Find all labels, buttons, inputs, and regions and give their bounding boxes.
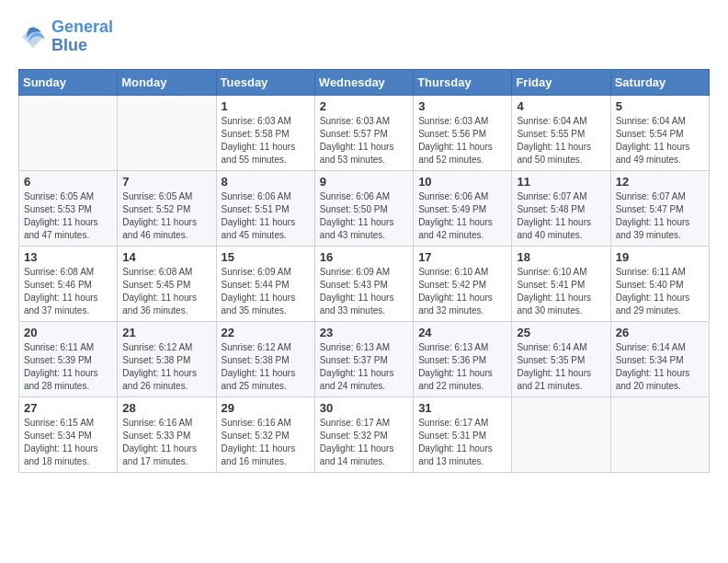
calendar-cell: 22Sunrise: 6:12 AM Sunset: 5:38 PM Dayli…: [216, 321, 314, 396]
day-number: 15: [222, 250, 310, 264]
day-number: 24: [418, 326, 506, 339]
calendar-cell: 11Sunrise: 6:07 AM Sunset: 5:48 PM Dayli…: [512, 170, 610, 246]
day-number: 18: [517, 250, 605, 264]
weekday-header-friday: Friday: [512, 69, 610, 95]
calendar-header-row: SundayMondayTuesdayWednesdayThursdayFrid…: [19, 69, 710, 95]
day-info: Sunrise: 6:04 AM Sunset: 5:55 PM Dayligh…: [517, 115, 605, 167]
day-number: 12: [616, 175, 704, 189]
logo: General Blue: [18, 18, 113, 55]
calendar-cell: 4Sunrise: 6:04 AM Sunset: 5:55 PM Daylig…: [512, 95, 610, 170]
day-number: 4: [517, 99, 605, 113]
calendar-cell: 25Sunrise: 6:14 AM Sunset: 5:35 PM Dayli…: [512, 321, 610, 396]
day-number: 29: [222, 401, 310, 415]
day-info: Sunrise: 6:10 AM Sunset: 5:41 PM Dayligh…: [517, 266, 605, 317]
day-info: Sunrise: 6:11 AM Sunset: 5:39 PM Dayligh…: [24, 341, 112, 393]
calendar-cell: 2Sunrise: 6:03 AM Sunset: 5:57 PM Daylig…: [314, 95, 413, 170]
day-info: Sunrise: 6:03 AM Sunset: 5:56 PM Dayligh…: [418, 115, 506, 167]
calendar-cell: 15Sunrise: 6:09 AM Sunset: 5:44 PM Dayli…: [216, 246, 314, 321]
day-number: 2: [320, 99, 408, 113]
calendar-cell: 10Sunrise: 6:06 AM Sunset: 5:49 PM Dayli…: [414, 170, 512, 246]
day-info: Sunrise: 6:07 AM Sunset: 5:47 PM Dayligh…: [616, 190, 704, 242]
day-info: Sunrise: 6:15 AM Sunset: 5:34 PM Dayligh…: [24, 417, 112, 468]
calendar-week-3: 13Sunrise: 6:08 AM Sunset: 5:46 PM Dayli…: [19, 246, 710, 321]
calendar-cell: 26Sunrise: 6:14 AM Sunset: 5:34 PM Dayli…: [610, 321, 709, 396]
calendar-cell: 12Sunrise: 6:07 AM Sunset: 5:47 PM Dayli…: [610, 170, 709, 246]
day-number: 19: [616, 250, 704, 264]
calendar-cell: [19, 95, 118, 170]
day-number: 22: [222, 326, 310, 339]
day-info: Sunrise: 6:14 AM Sunset: 5:35 PM Dayligh…: [517, 341, 605, 393]
day-info: Sunrise: 6:03 AM Sunset: 5:57 PM Dayligh…: [320, 115, 408, 167]
day-number: 5: [616, 99, 704, 113]
day-info: Sunrise: 6:17 AM Sunset: 5:31 PM Dayligh…: [418, 417, 506, 468]
weekday-header-monday: Monday: [118, 69, 216, 95]
day-info: Sunrise: 6:03 AM Sunset: 5:58 PM Dayligh…: [222, 115, 310, 167]
day-info: Sunrise: 6:16 AM Sunset: 5:33 PM Dayligh…: [122, 417, 210, 468]
day-number: 23: [320, 326, 408, 339]
day-number: 8: [222, 175, 310, 189]
calendar-cell: 20Sunrise: 6:11 AM Sunset: 5:39 PM Dayli…: [19, 321, 118, 396]
day-number: 10: [418, 175, 506, 189]
calendar-cell: 27Sunrise: 6:15 AM Sunset: 5:34 PM Dayli…: [19, 396, 118, 472]
day-info: Sunrise: 6:08 AM Sunset: 5:45 PM Dayligh…: [122, 266, 210, 317]
calendar-cell: 6Sunrise: 6:05 AM Sunset: 5:53 PM Daylig…: [19, 170, 118, 246]
day-info: Sunrise: 6:06 AM Sunset: 5:51 PM Dayligh…: [222, 190, 310, 242]
day-number: 30: [320, 401, 408, 415]
day-info: Sunrise: 6:12 AM Sunset: 5:38 PM Dayligh…: [122, 341, 210, 393]
calendar-cell: [512, 396, 610, 472]
day-number: 13: [24, 250, 112, 264]
calendar-cell: 30Sunrise: 6:17 AM Sunset: 5:32 PM Dayli…: [314, 396, 413, 472]
calendar-table: SundayMondayTuesdayWednesdayThursdayFrid…: [18, 69, 710, 473]
day-number: 1: [222, 99, 310, 113]
day-number: 16: [320, 250, 408, 264]
day-info: Sunrise: 6:14 AM Sunset: 5:34 PM Dayligh…: [616, 341, 704, 393]
calendar-cell: 21Sunrise: 6:12 AM Sunset: 5:38 PM Dayli…: [118, 321, 216, 396]
day-info: Sunrise: 6:12 AM Sunset: 5:38 PM Dayligh…: [222, 341, 310, 393]
calendar-cell: 24Sunrise: 6:13 AM Sunset: 5:36 PM Dayli…: [414, 321, 512, 396]
day-info: Sunrise: 6:05 AM Sunset: 5:52 PM Dayligh…: [122, 190, 210, 242]
calendar-cell: [610, 396, 709, 472]
calendar-cell: 13Sunrise: 6:08 AM Sunset: 5:46 PM Dayli…: [19, 246, 118, 321]
day-info: Sunrise: 6:13 AM Sunset: 5:37 PM Dayligh…: [320, 341, 408, 393]
day-number: 26: [616, 326, 704, 339]
day-info: Sunrise: 6:06 AM Sunset: 5:50 PM Dayligh…: [320, 190, 408, 242]
weekday-header-wednesday: Wednesday: [314, 69, 413, 95]
weekday-header-tuesday: Tuesday: [216, 69, 314, 95]
day-info: Sunrise: 6:05 AM Sunset: 5:53 PM Dayligh…: [24, 190, 112, 242]
day-number: 31: [418, 401, 506, 415]
calendar-cell: 1Sunrise: 6:03 AM Sunset: 5:58 PM Daylig…: [216, 95, 314, 170]
weekday-header-saturday: Saturday: [610, 69, 709, 95]
calendar-cell: 7Sunrise: 6:05 AM Sunset: 5:52 PM Daylig…: [118, 170, 216, 246]
calendar-week-2: 6Sunrise: 6:05 AM Sunset: 5:53 PM Daylig…: [19, 170, 710, 246]
calendar-cell: 17Sunrise: 6:10 AM Sunset: 5:42 PM Dayli…: [414, 246, 512, 321]
day-number: 3: [418, 99, 506, 113]
day-info: Sunrise: 6:17 AM Sunset: 5:32 PM Dayligh…: [320, 417, 408, 468]
day-info: Sunrise: 6:06 AM Sunset: 5:49 PM Dayligh…: [418, 190, 506, 242]
day-info: Sunrise: 6:09 AM Sunset: 5:43 PM Dayligh…: [320, 266, 408, 317]
calendar-cell: 23Sunrise: 6:13 AM Sunset: 5:37 PM Dayli…: [314, 321, 413, 396]
day-info: Sunrise: 6:07 AM Sunset: 5:48 PM Dayligh…: [517, 190, 605, 242]
day-number: 25: [517, 326, 605, 339]
day-number: 17: [418, 250, 506, 264]
day-number: 20: [24, 326, 112, 339]
calendar-cell: 14Sunrise: 6:08 AM Sunset: 5:45 PM Dayli…: [118, 246, 216, 321]
day-info: Sunrise: 6:08 AM Sunset: 5:46 PM Dayligh…: [24, 266, 112, 317]
calendar-cell: 18Sunrise: 6:10 AM Sunset: 5:41 PM Dayli…: [512, 246, 610, 321]
day-number: 21: [122, 326, 210, 339]
calendar-cell: 8Sunrise: 6:06 AM Sunset: 5:51 PM Daylig…: [216, 170, 314, 246]
calendar-cell: 16Sunrise: 6:09 AM Sunset: 5:43 PM Dayli…: [314, 246, 413, 321]
day-number: 11: [517, 175, 605, 189]
calendar-cell: 31Sunrise: 6:17 AM Sunset: 5:31 PM Dayli…: [414, 396, 512, 472]
day-info: Sunrise: 6:13 AM Sunset: 5:36 PM Dayligh…: [418, 341, 506, 393]
calendar-cell: 9Sunrise: 6:06 AM Sunset: 5:50 PM Daylig…: [314, 170, 413, 246]
weekday-header-sunday: Sunday: [19, 69, 118, 95]
day-number: 7: [122, 175, 210, 189]
calendar-week-1: 1Sunrise: 6:03 AM Sunset: 5:58 PM Daylig…: [19, 95, 710, 170]
calendar-cell: 28Sunrise: 6:16 AM Sunset: 5:33 PM Dayli…: [118, 396, 216, 472]
day-number: 28: [122, 401, 210, 415]
day-number: 6: [24, 175, 112, 189]
calendar-cell: 19Sunrise: 6:11 AM Sunset: 5:40 PM Dayli…: [610, 246, 709, 321]
calendar-cell: 3Sunrise: 6:03 AM Sunset: 5:56 PM Daylig…: [414, 95, 512, 170]
calendar-cell: [118, 95, 216, 170]
calendar-week-5: 27Sunrise: 6:15 AM Sunset: 5:34 PM Dayli…: [19, 396, 710, 472]
